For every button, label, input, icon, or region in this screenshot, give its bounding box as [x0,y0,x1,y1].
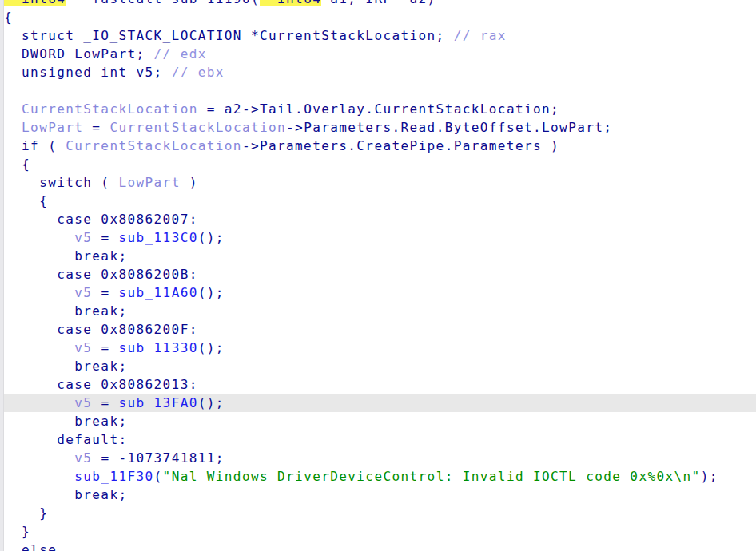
code-token: = [92,230,118,245]
code-token: { [4,193,48,208]
code-line[interactable]: case 0x80862007: [4,210,756,228]
code-line[interactable]: DWORD LowPart; // edx [4,45,756,63]
code-line[interactable]: case 0x8086200B: [4,265,756,283]
string-literal: "Nal Windows DriverDeviceControl: Invali… [163,469,701,484]
code-line[interactable]: { [4,155,756,173]
code-line[interactable]: { [4,8,756,26]
code-token [4,120,22,135]
code-token [4,101,22,117]
code-token: a1, IRP *a2) [321,0,436,6]
code-token: ); [701,469,718,484]
code-token: ) [181,175,198,190]
code-token: (); [198,285,225,300]
code-token: ->Parameters.CreatePipe.Parameters ) [242,138,559,153]
code-line[interactable] [4,81,756,100]
variable-ref[interactable]: LowPart [118,175,180,190]
code-line[interactable]: struct _IO_STACK_LOCATION *CurrentStackL… [4,26,756,45]
register-comment: // edx [154,46,207,61]
code-token: = [92,285,118,300]
variable-ref[interactable]: v5 [74,230,92,245]
code-token: (); [198,395,225,410]
code-line[interactable]: v5 = sub_113C0(); [4,228,756,247]
code-line[interactable]: case 0x80862013: [4,375,756,394]
code-token: struct _IO_STACK_LOCATION *CurrentStackL… [4,28,454,43]
code-token: if ( [4,138,66,153]
code-token: break; [4,414,127,429]
code-line[interactable]: break; [4,302,756,320]
code-line[interactable]: sub_11F30("Nal Windows DriverDeviceContr… [4,467,756,486]
code-token: else [4,542,57,551]
code-line[interactable]: v5 = sub_11A60(); [4,283,756,302]
code-line[interactable]: switch ( LowPart ) [4,173,756,192]
code-line[interactable]: LowPart = CurrentStackLocation->Paramete… [4,118,756,137]
function-ref[interactable]: sub_11A60 [118,285,197,300]
decompiler-code[interactable]: __int64 __fastcall sub_11190(__int64 a1,… [4,0,756,551]
variable-ref[interactable]: LowPart [22,120,83,135]
code-token: { [4,157,30,172]
register-comment: // rax [454,28,507,43]
code-line[interactable]: v5 = sub_11330(); [4,339,756,357]
code-line-current[interactable]: v5 = sub_13FA0(); [4,394,756,412]
variable-ref[interactable]: v5 [74,395,92,410]
variable-ref[interactable]: CurrentStackLocation [109,120,286,135]
code-token: __fastcall sub_11190( [66,0,260,6]
code-line[interactable]: { [4,192,756,210]
code-line[interactable]: unsigned int v5; // ebx [4,63,756,81]
function-ref[interactable]: sub_11F30 [74,469,153,484]
decompiler-pane: __int64 __fastcall sub_11190(__int64 a1,… [0,0,756,551]
code-line[interactable]: break; [4,412,756,430]
code-token: { [4,10,13,25]
code-token: = a2->Tail.Overlay.CurrentStackLocation; [198,101,559,117]
code-token [4,285,74,300]
code-token: switch ( [4,175,118,190]
code-line[interactable]: case 0x8086200F: [4,320,756,339]
code-token: = [83,120,109,135]
code-line[interactable]: CurrentStackLocation = a2->Tail.Overlay.… [4,100,756,118]
code-token: = [92,395,118,410]
highlighted-occurrence: __int64 [4,0,66,6]
code-token: break; [4,248,127,264]
variable-ref[interactable]: CurrentStackLocation [22,101,198,117]
variable-ref[interactable]: v5 [74,340,92,355]
variable-ref[interactable]: v5 [74,450,92,466]
function-ref[interactable]: sub_13FA0 [118,395,197,410]
code-token: case 0x8086200B: [4,267,198,282]
code-line[interactable]: default: [4,430,756,449]
code-token: case 0x80862007: [4,212,198,227]
variable-ref[interactable]: CurrentStackLocation [66,138,242,153]
function-ref[interactable]: sub_113C0 [118,230,197,245]
code-token: (); [198,230,225,245]
code-token [4,450,74,466]
code-token [4,469,74,484]
code-token [4,230,74,245]
code-token: unsigned int v5; [4,65,172,80]
code-token: case 0x8086200F: [4,322,198,337]
code-token: DWORD LowPart; [4,46,154,61]
code-token: break; [4,487,127,502]
code-token: break; [4,359,127,374]
code-token: ( [154,469,163,484]
register-comment: // ebx [172,65,225,80]
code-line[interactable]: } [4,504,756,522]
code-token: } [4,524,30,539]
code-line[interactable]: break; [4,486,756,504]
code-line[interactable]: } [4,522,756,541]
code-line[interactable]: else [4,541,756,551]
code-line[interactable]: break; [4,357,756,375]
code-token [4,395,74,410]
code-token: case 0x80862013: [4,377,198,392]
code-token [4,340,74,355]
code-token: = -1073741811; [92,450,225,466]
code-token: ->Parameters.Read.ByteOffset.LowPart; [286,120,612,135]
code-token: = [92,340,118,355]
variable-ref[interactable]: v5 [74,285,92,300]
code-token: default: [4,432,127,447]
code-token: (); [198,340,225,355]
function-ref[interactable]: sub_11330 [118,340,197,355]
code-line[interactable]: break; [4,247,756,265]
code-line[interactable]: if ( CurrentStackLocation->Parameters.Cr… [4,137,756,155]
code-line[interactable]: v5 = -1073741811; [4,449,756,467]
code-token: } [4,505,48,521]
code-token: break; [4,303,127,319]
code-line[interactable]: __int64 __fastcall sub_11190(__int64 a1,… [4,0,756,8]
